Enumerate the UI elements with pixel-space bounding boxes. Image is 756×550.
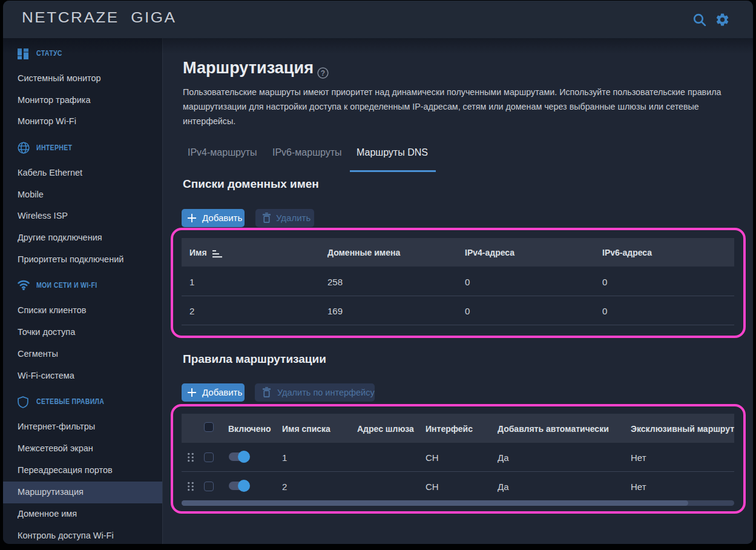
svg-text:?: ? <box>321 69 325 78</box>
